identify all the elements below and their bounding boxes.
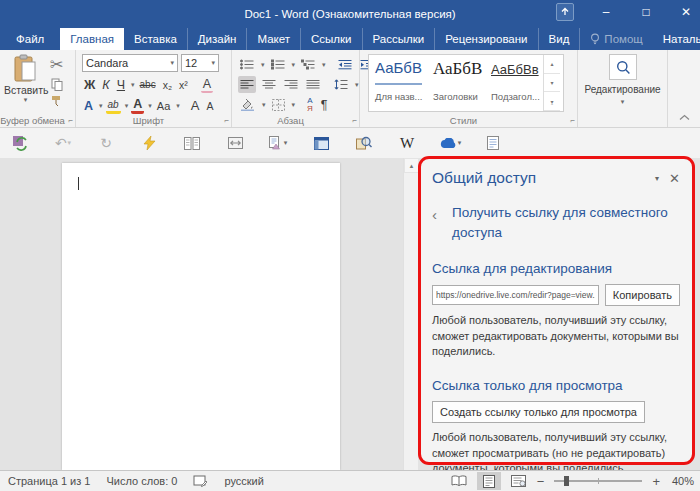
borders-button[interactable]	[270, 96, 287, 113]
window-layout-button[interactable]	[309, 137, 333, 150]
style-heading[interactable]: АаБбВ Заголовки	[427, 55, 485, 111]
pane-close-icon[interactable]: ✕	[669, 171, 680, 186]
window-title: Doc1 - Word (Ознакомительная версия)	[244, 8, 455, 20]
decrease-indent-button[interactable]	[336, 56, 354, 73]
word-count[interactable]: Число слов: 0	[106, 475, 177, 487]
line-spacing-button[interactable]	[332, 76, 350, 93]
tab-home[interactable]: Главная	[60, 28, 124, 50]
back-chevron-icon[interactable]: ‹	[432, 206, 452, 242]
styles-scroll-down-icon[interactable]: ▾	[544, 74, 560, 93]
sync-document-button[interactable]	[8, 135, 32, 151]
tab-layout[interactable]: Макет	[246, 28, 300, 50]
undo-button[interactable]: ↶▾	[51, 135, 75, 151]
numbering-button[interactable]	[269, 56, 287, 73]
styles-dialog-launcher[interactable]: ⌐	[570, 117, 575, 125]
tab-file[interactable]: Файл	[0, 28, 60, 50]
style-subtitle[interactable]: АаБбВв Подзагол...	[485, 55, 543, 111]
zoom-in-button[interactable]: +	[652, 474, 660, 489]
onedrive-button[interactable]: ▾	[438, 138, 462, 149]
tab-review[interactable]: Рецензировани	[434, 28, 537, 50]
font-color-button[interactable]: А	[131, 97, 144, 114]
multilevel-list-button[interactable]	[299, 56, 317, 73]
bold-button[interactable]: Ж	[82, 76, 97, 93]
font-size-select[interactable]: 12▾	[181, 54, 219, 72]
tab-tell-me[interactable]: Помощ	[579, 28, 652, 50]
wikipedia-button[interactable]: W	[395, 135, 419, 152]
document-properties-button[interactable]	[481, 136, 505, 150]
close-button[interactable]: ✕	[678, 5, 694, 19]
shading-button[interactable]	[238, 96, 257, 113]
cut-button[interactable]: ✂	[50, 55, 63, 74]
print-layout-button[interactable]	[477, 472, 501, 490]
tab-references[interactable]: Ссылки	[300, 28, 362, 50]
justify-button[interactable]	[304, 76, 322, 93]
clear-formatting-button[interactable]: А	[201, 76, 213, 93]
user-name[interactable]: Наталья...	[653, 28, 700, 50]
create-view-link-button[interactable]: Создать ссылку только для просмотра	[432, 401, 645, 423]
find-button[interactable]	[609, 54, 637, 80]
styles-more-icon[interactable]: ▾̱	[544, 92, 560, 111]
styles-scroll-up-icon[interactable]: ▴	[544, 55, 560, 74]
share-pane-title: Общий доступ	[432, 169, 680, 187]
align-right-button[interactable]	[282, 76, 300, 93]
underline-button[interactable]: Ч	[115, 76, 127, 93]
tab-design[interactable]: Дизайн	[187, 28, 247, 50]
strikethrough-button[interactable]: abc	[138, 76, 158, 93]
superscript-button[interactable]: x²	[177, 76, 190, 93]
ribbon-display-options-button[interactable]	[556, 3, 574, 21]
search-icon	[616, 60, 631, 75]
font-dialog-launcher[interactable]: ⌐	[224, 117, 229, 125]
align-left-button[interactable]	[238, 76, 256, 93]
scroll-up-icon[interactable]: ▲	[404, 158, 419, 173]
web-layout-button[interactable]	[507, 472, 531, 490]
zoom-level[interactable]: 40%	[666, 475, 694, 487]
clipboard-dialog-launcher[interactable]: ⌐	[68, 117, 73, 125]
font-name-select[interactable]: Candara▾	[82, 54, 178, 72]
highlight-button[interactable]: ab	[106, 97, 121, 114]
style-title[interactable]: АаБбВ Для назв...	[369, 55, 427, 111]
show-marks-button[interactable]: ¶	[319, 96, 330, 113]
zoom-out-button[interactable]: −	[537, 474, 545, 489]
chevron-down-icon: ▾	[261, 61, 265, 69]
tab-insert[interactable]: Вставка	[124, 28, 187, 50]
proofing-icon[interactable]	[193, 475, 208, 488]
zoom-slider-thumb[interactable]	[564, 476, 569, 486]
research-button[interactable]	[352, 136, 376, 150]
maximize-button[interactable]: □	[638, 5, 654, 19]
shrink-font-button[interactable]: А	[205, 97, 216, 114]
document-page[interactable]	[62, 163, 340, 470]
minimize-button[interactable]: –	[598, 5, 614, 19]
change-case-button[interactable]: Аа	[155, 97, 173, 114]
chevron-down-icon: ▾	[458, 139, 462, 147]
flash-fill-button[interactable]	[137, 136, 161, 150]
read-mode-button[interactable]	[447, 472, 471, 490]
tab-view[interactable]: Вид	[538, 28, 580, 50]
sort-button[interactable]: АЯ	[305, 96, 315, 113]
tab-mailings[interactable]: Рассылки	[362, 28, 435, 50]
side-by-side-button[interactable]	[180, 137, 204, 150]
text-effects-button[interactable]: А	[82, 97, 95, 114]
editing-caret-icon[interactable]: ▾	[578, 98, 667, 106]
page-count[interactable]: Страница 1 из 1	[8, 475, 90, 487]
paste-caret-icon: ▾	[5, 96, 46, 104]
zoom-slider[interactable]	[554, 480, 642, 482]
vertical-scrollbar[interactable]: ▲	[403, 158, 418, 470]
collapse-ribbon-button[interactable]	[679, 114, 690, 121]
format-painter-button[interactable]	[50, 95, 63, 107]
edit-link-input[interactable]	[432, 285, 599, 305]
copy-link-button[interactable]: Копировать	[605, 284, 680, 306]
pane-options-icon[interactable]: ▾	[655, 174, 659, 183]
copy-button[interactable]	[51, 78, 63, 91]
text-cursor	[78, 177, 79, 190]
grow-font-button[interactable]: А	[189, 97, 202, 114]
translate-button[interactable]: ▾	[266, 136, 290, 150]
paste-button[interactable]: Вставить ▾	[4, 54, 46, 104]
bullets-button[interactable]	[238, 56, 256, 73]
italic-button[interactable]: К	[100, 76, 111, 93]
redo-button[interactable]: ↻	[94, 135, 118, 151]
language-indicator[interactable]: русский	[224, 475, 263, 487]
sync-scrolling-button[interactable]	[223, 137, 247, 149]
subscript-button[interactable]: x₂	[161, 76, 174, 93]
paragraph-dialog-launcher[interactable]: ⌐	[352, 117, 357, 125]
align-center-button[interactable]	[260, 76, 278, 93]
